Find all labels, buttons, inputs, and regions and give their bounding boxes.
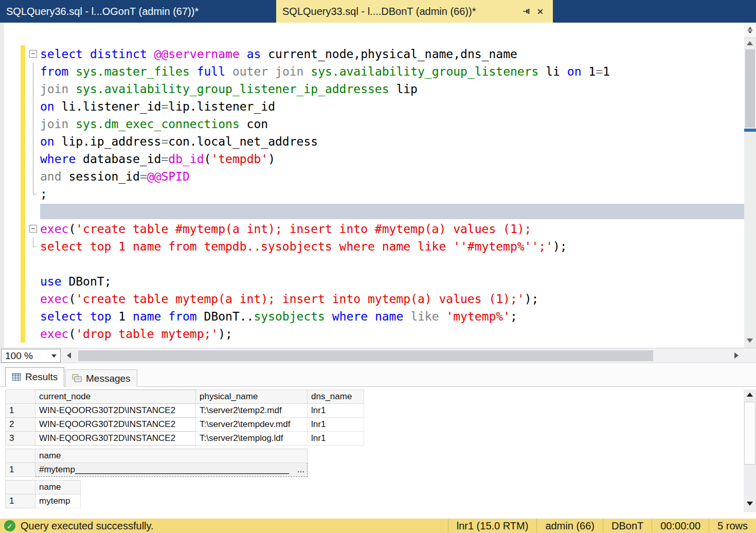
row-number[interactable]: 1: [6, 494, 35, 508]
code-line[interactable]: from sys.master_files full outer join sy…: [40, 63, 744, 80]
code-token: [268, 65, 275, 78]
code-token: exec: [40, 327, 68, 341]
editor-vertical-scrollbar[interactable]: [744, 23, 756, 348]
row-number[interactable]: 1: [6, 404, 35, 418]
results-grids: current_nodephysical_namedns_name1WIN-EQ…: [0, 387, 741, 511]
fold-toggle[interactable]: [29, 225, 37, 233]
code-token: [68, 65, 76, 78]
pin-icon[interactable]: [520, 5, 533, 18]
fold-guide: [33, 168, 33, 185]
grid-cell[interactable]: mytemp: [35, 494, 81, 508]
code-token: (: [68, 222, 76, 236]
grid-cell[interactable]: WIN-EQOORG30T2D\INSTANCE2: [35, 418, 196, 432]
grid-cell[interactable]: T:\server2\templog.ldf: [196, 432, 308, 446]
column-header[interactable]: name: [35, 481, 81, 494]
scrollbar-thumb[interactable]: [744, 402, 755, 465]
scroll-up-arrow[interactable]: [747, 41, 753, 45]
grid-row: 2WIN-EQOORG30T2D\INSTANCE2T:\server2\tem…: [6, 418, 364, 432]
code-editor[interactable]: select distinct @@servername as current_…: [0, 23, 756, 348]
results-vertical-scrollbar[interactable]: [744, 389, 756, 512]
scroll-left-arrow[interactable]: [67, 352, 71, 359]
grid-cell[interactable]: lnr1: [308, 432, 364, 446]
code-token: ;: [510, 310, 517, 323]
code-line[interactable]: and session_id=@@SPID: [40, 168, 744, 185]
code-token: 'create table mytemp(a int); insert into…: [76, 292, 524, 306]
code-line[interactable]: on lip.ip_address=con.local_net_address: [40, 133, 744, 150]
tab-sqlquery36[interactable]: SQLQuery36.sql - l...OGonT (admin (67))*: [0, 0, 276, 23]
scroll-up-arrow[interactable]: [747, 393, 753, 397]
select-all-corner[interactable]: [6, 481, 35, 494]
tab-sqlquery33[interactable]: SQLQuery33.sql - l....DBonT (admin (66))…: [276, 0, 553, 23]
grid-cell[interactable]: #mytemp_________________________________…: [35, 463, 308, 477]
editor-bottom-bar: 100 %: [0, 348, 756, 363]
code-line[interactable]: use DBonT;: [40, 273, 744, 290]
tab-results[interactable]: Results: [5, 367, 64, 387]
results-grid: current_nodephysical_namedns_name1WIN-EQ…: [5, 389, 364, 446]
code-token: exec: [40, 292, 68, 306]
code-line[interactable]: where database_id=db_id('tempdb'): [40, 150, 744, 168]
grid-row: 1mytemp: [6, 494, 81, 508]
code-token: as: [247, 47, 261, 61]
tab-messages[interactable]: Messages: [65, 369, 137, 387]
grid-cell[interactable]: lnr1: [308, 404, 364, 418]
code-line[interactable]: ;: [40, 185, 744, 203]
status-database: DBonT: [603, 519, 652, 533]
select-all-corner[interactable]: [6, 390, 35, 404]
grid-cell[interactable]: T:\server2\tempdev.mdf: [196, 418, 308, 432]
code-token: select top 1 name from tempdb..sysobject…: [40, 240, 553, 253]
code-token: use: [40, 275, 62, 288]
code-line[interactable]: join sys.availability_group_listener_ip_…: [40, 80, 744, 98]
fold-toggle[interactable]: [29, 50, 37, 58]
split-editor-button[interactable]: [744, 23, 756, 38]
code-token: name: [375, 310, 403, 323]
code-line[interactable]: exec('create table mytemp(a int); insert…: [40, 290, 744, 308]
code-token: =: [140, 170, 147, 183]
code-token: ;: [40, 187, 47, 201]
grid-cell[interactable]: lnr1: [308, 418, 364, 432]
code-line[interactable]: exec('create table #mytemp(a int); inser…: [40, 220, 744, 238]
code-line[interactable]: [40, 203, 744, 220]
code-line[interactable]: select distinct @@servername as current_…: [40, 45, 744, 63]
grid-cell[interactable]: WIN-EQOORG30T2D\INSTANCE2: [35, 404, 196, 418]
code-token: (: [204, 152, 211, 166]
caret-position-marker: [744, 129, 756, 132]
horizontal-scrollbar-thumb[interactable]: [78, 350, 653, 361]
code-surface[interactable]: select distinct @@servername as current_…: [40, 45, 744, 343]
code-token: [68, 82, 76, 96]
zoom-select[interactable]: 100 %: [1, 349, 61, 363]
code-token: 1: [112, 310, 133, 323]
scroll-right-arrow[interactable]: [734, 352, 739, 359]
code-token: );: [553, 240, 567, 253]
scroll-down-arrow[interactable]: [747, 502, 753, 506]
code-line[interactable]: [40, 255, 744, 273]
code-token: join: [40, 82, 68, 96]
row-number[interactable]: 3: [6, 432, 35, 446]
column-header[interactable]: physical_name: [196, 390, 308, 404]
code-token: ): [268, 152, 275, 166]
results-grid-icon: [12, 372, 21, 382]
grid-cell[interactable]: WIN-EQOORG30T2D\INSTANCE2: [35, 432, 196, 446]
close-icon[interactable]: [533, 5, 547, 18]
success-check-icon: ✓: [4, 520, 15, 531]
splitter-icon: [746, 26, 754, 34]
grid-cell[interactable]: T:\server2\temp2.mdf: [196, 404, 308, 418]
column-header[interactable]: name: [35, 449, 308, 463]
scrollbar-thumb[interactable]: [745, 49, 755, 128]
select-all-corner[interactable]: [6, 449, 35, 463]
row-number[interactable]: 2: [6, 418, 35, 432]
code-line[interactable]: on li.listener_id=lip.listener_id: [40, 98, 744, 115]
tab-label: SQLQuery36.sql - l...OGonT (admin (67))*: [6, 6, 270, 17]
code-line[interactable]: select top 1 name from DBonT..sysobjects…: [40, 308, 744, 325]
code-line[interactable]: join sys.dm_exec_connections con: [40, 115, 744, 133]
status-server: lnr1 (15.0 RTM): [448, 519, 537, 533]
column-header[interactable]: current_node: [35, 390, 196, 404]
row-number[interactable]: 1: [6, 463, 35, 477]
status-rowcount: 5 rows: [709, 519, 756, 533]
code-line[interactable]: exec('drop table mytemp;');: [40, 325, 744, 343]
column-header[interactable]: dns_name: [308, 390, 364, 404]
code-line[interactable]: select top 1 name from tempdb..sysobject…: [40, 238, 744, 255]
scroll-down-arrow[interactable]: [747, 339, 753, 343]
tab-messages-label: Messages: [86, 373, 131, 384]
code-token: select: [40, 310, 83, 323]
code-token: (: [68, 292, 76, 306]
